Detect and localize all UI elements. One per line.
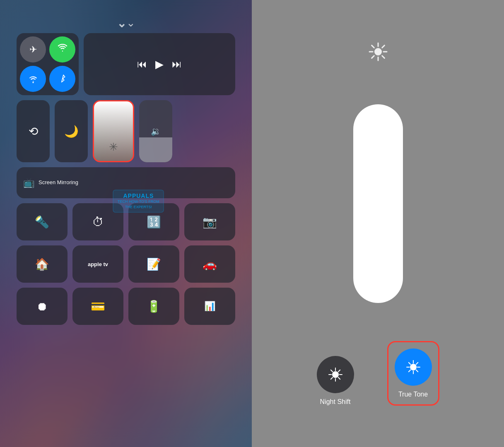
brightness-vertical-slider[interactable] [353, 104, 403, 303]
true-tone-label: True Tone [398, 391, 428, 398]
wallet-button[interactable]: 💳 [72, 288, 123, 325]
notes-icon: 📝 [147, 257, 161, 271]
app-row-3: ⏺ 💳 🔋 📊 [17, 288, 235, 325]
screen-mirroring-label: Screen Mirroring [39, 179, 78, 186]
screen-mirroring-icon: 📺 [23, 178, 34, 188]
bluetooth-button[interactable]: ᛒ [49, 66, 75, 92]
sun-icon-top [368, 41, 388, 66]
timer-button[interactable]: ⏱ [72, 203, 123, 240]
svg-point-0 [374, 48, 382, 55]
chevron-down-icon: ⌄ [126, 17, 135, 30]
battery-button[interactable]: 🔋 [128, 288, 179, 325]
control-center: ⌄ ✈ ᛒ ⏮ ▶ [17, 25, 235, 430]
rewind-button[interactable]: ⏮ [137, 58, 147, 70]
night-shift-button[interactable]: Night Shift [317, 356, 354, 406]
soundwave-icon: 📊 [204, 301, 215, 312]
carplay-button[interactable]: 🚗 [184, 245, 235, 283]
svg-point-18 [410, 364, 417, 370]
screen-mirror-row: 📺 Screen Mirroring [17, 167, 235, 198]
svg-line-16 [338, 370, 340, 372]
moon-icon: 🌙 [64, 125, 79, 138]
record-icon: ⏺ [36, 300, 48, 313]
calculator-icon: 🔢 [147, 215, 161, 229]
media-block: ⏮ ▶ ⏭ [84, 33, 235, 95]
svg-line-8 [371, 56, 374, 58]
svg-line-23 [408, 363, 410, 364]
airplane-mode-button[interactable]: ✈ [20, 36, 46, 62]
svg-line-15 [338, 377, 340, 379]
home-icon: 🏠 [35, 257, 49, 271]
rotation-lock-icon: ⟲ [29, 125, 38, 138]
connectivity-block: ✈ ᛒ [17, 33, 79, 95]
fastforward-button[interactable]: ⏭ [172, 58, 182, 70]
volume-slider[interactable]: 🔉 [139, 100, 172, 162]
volume-icon: 🔉 [151, 126, 161, 136]
true-tone-button[interactable]: True Tone [387, 341, 439, 406]
calculator-button[interactable]: 🔢 [128, 203, 179, 240]
chevron-bar[interactable]: ⌄ [17, 17, 235, 30]
carplay-icon: 🚗 [203, 257, 217, 271]
svg-line-25 [416, 363, 417, 364]
cellular-button[interactable] [49, 36, 75, 62]
torch-icon: 🔦 [35, 215, 49, 229]
apple-tv-icon: apple tv [88, 261, 108, 267]
mid-row: ⟲ 🌙 ✳ 🔉 [17, 100, 235, 162]
svg-line-14 [330, 370, 332, 372]
torch-button[interactable]: 🔦 [17, 203, 68, 240]
svg-line-5 [371, 46, 374, 48]
svg-point-9 [332, 371, 339, 378]
night-shift-label: Night Shift [320, 398, 351, 406]
svg-line-24 [416, 370, 417, 372]
timer-icon: ⏱ [92, 215, 104, 229]
wallet-icon: 💳 [91, 300, 105, 313]
play-button[interactable]: ▶ [155, 58, 164, 71]
soundwave-button[interactable]: 📊 [184, 288, 235, 325]
app-row-1: 🔦 ⏱ 🔢 📷 [17, 203, 235, 240]
brightness-slider[interactable]: ✳ [93, 100, 134, 162]
record-button[interactable]: ⏺ [17, 288, 68, 325]
top-row: ✈ ᛒ ⏮ ▶ ⏭ [17, 33, 235, 95]
night-shift-circle [317, 356, 354, 393]
bottom-buttons-row: Night Shift True Tone [317, 341, 439, 406]
camera-button[interactable]: 📷 [184, 203, 235, 240]
svg-line-26 [408, 370, 410, 372]
battery-icon: 🔋 [147, 300, 161, 313]
screen-mirroring-button[interactable]: 📺 Screen Mirroring [17, 167, 235, 198]
right-panel: Night Shift True Tone [252, 0, 504, 447]
app-row-2: 🏠 apple tv 📝 🚗 [17, 245, 235, 283]
media-controls: ⏮ ▶ ⏭ [137, 58, 182, 71]
brightness-icon: ✳ [109, 141, 118, 154]
true-tone-circle [395, 348, 432, 386]
do-not-disturb-button[interactable]: 🌙 [55, 100, 88, 162]
svg-line-7 [382, 46, 384, 48]
left-panel: ⌄ ✈ ᛒ ⏮ ▶ [0, 0, 252, 447]
wifi-button[interactable] [20, 66, 46, 92]
svg-line-17 [330, 377, 332, 379]
camera-icon: 📷 [203, 215, 217, 229]
apple-tv-button[interactable]: apple tv [72, 245, 123, 283]
svg-line-6 [382, 56, 384, 58]
rotation-lock-button[interactable]: ⟲ [17, 100, 50, 162]
notes-button[interactable]: 📝 [128, 245, 179, 283]
home-button[interactable]: 🏠 [17, 245, 68, 283]
